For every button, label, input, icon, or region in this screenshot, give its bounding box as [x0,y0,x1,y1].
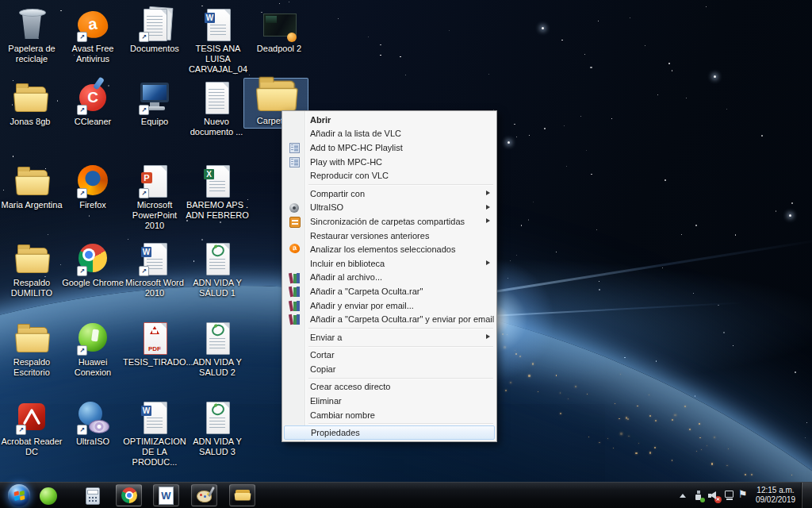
taskbar-word-button[interactable]: W [153,484,179,506]
pinned-calculator-button[interactable] [83,487,102,506]
menu-item-label: Eliminar [310,396,342,406]
folder-icon [12,79,48,116]
desktop-icon-respaldo-escritorio[interactable]: Respaldo Escritorio [0,320,63,378]
folder-icon [254,72,297,116]
menu-item-anadir-archivo[interactable]: Añadir al archivo... [283,271,496,285]
computer-icon: ↗ [136,79,173,116]
menu-item-incluir-biblioteca[interactable]: Incluir en biblioteca [283,256,496,271]
desktop-icon-label: Respaldo Escritorio [0,357,63,378]
desktop-icon-papelera[interactable]: Papelera de reciclaje [0,6,63,64]
menu-separator [308,346,493,347]
menu-item-analizar-avast[interactable]: aAnalizar los elementos seleccionados [283,242,496,256]
context-menu: AbrirAñadir a la lista de VLCAdd to MPC-… [282,110,497,442]
desktop-icon-label: Nuevo documento ... [185,117,248,137]
desktop-icon-respaldo-dumilito[interactable]: Respaldo DUMILITO [0,241,63,298]
menu-item-label: Cambiar nombre [310,410,375,420]
menu-item-cambiar-nombre[interactable]: Cambiar nombre [283,408,496,422]
menu-item-cortar[interactable]: Cortar [283,348,496,363]
desktop-icon-label: Microsoft PowerPoint 2010 [123,200,186,231]
menu-item-anadir-rar[interactable]: Añadir a "Carpeta Oculta.rar" [283,284,496,298]
menu-item-anadir-rar-email[interactable]: Añadir a "Carpeta Oculta.rar" y enviar p… [283,312,496,326]
shortcut-arrow-icon: ↗ [77,188,87,198]
desktop-icon-powerpoint-2010[interactable]: P↗Microsoft PowerPoint 2010 [123,163,186,231]
taskbar-explorer-button[interactable] [229,484,255,506]
word-doc-icon: W [136,399,173,436]
menu-item-reproducir-vlc[interactable]: Reproducir con VLC [283,168,496,183]
desktop-icon-adn-vida-1[interactable]: ADN VIDA Y SÁLUD 1 [186,241,249,298]
winrar-icon [289,300,301,311]
desktop-icon-adn-vida-2[interactable]: ADN VIDA Y SALUD 2 [186,320,249,378]
desktop-icon-label: Firefox [61,200,124,210]
desktop-icon-huawei-conexion[interactable]: ↗Huawei Conexion [61,320,124,378]
desktop-icon-optimizacion[interactable]: WOPTIMIZACION DE LA PRODUC... [123,399,186,468]
show-desktop-button[interactable] [801,483,812,508]
desktop[interactable]: Papelera de reciclajea↗Avast Free Antivi… [0,0,812,508]
desktop-icon-deadpool-2[interactable]: Deadpool 2 [247,6,311,54]
winrar-icon [289,272,301,283]
text-doc-icon [198,79,235,116]
menu-item-copiar[interactable]: Copiar [283,362,496,376]
desktop-icon-jonas-8gb[interactable]: Jonas 8gb [0,79,62,127]
show-hidden-icons-icon[interactable] [680,494,686,498]
firefox-icon: ↗ [75,163,111,199]
desktop-icon-tesis-tirado[interactable]: PDFTESIS_TIRADO... [123,320,186,368]
pinned-huawei-modem-button[interactable] [39,487,58,506]
menu-item-label: Enviar a [310,333,342,342]
folder-sync-icon [289,216,301,227]
desktop-icon-equipo[interactable]: ↗Equipo [123,79,186,127]
folder-icon [13,241,50,277]
menu-item-add-mpc-playlist[interactable]: Add to MPC-HC Playlist [283,140,496,155]
menu-item-anadir-lista-vlc[interactable]: Añadir a la lista de VLC [283,127,496,141]
ultraiso-disc-icon [289,202,301,214]
desktop-icon-firefox[interactable]: ↗Firefox [61,163,124,210]
network-icon[interactable] [724,490,735,502]
safely-remove-hardware-icon[interactable] [693,490,703,502]
huawei-icon: ↗ [75,320,111,356]
volume-muted-icon[interactable]: × [708,490,721,502]
green-doc-icon [199,241,236,277]
desktop-icon-google-chrome[interactable]: ↗Google Chrome [61,241,124,288]
menu-item-label: Analizar los elementos seleccionados [310,244,455,254]
desktop-icon-baremo-aps[interactable]: XBAREMO APS . ADN FEBRERO [186,163,249,221]
menu-item-compartir-con[interactable]: Compartir con [283,187,496,201]
menu-item-ultraiso[interactable]: UltraISO [283,201,496,215]
avast-icon: a↗ [75,6,111,43]
menu-item-crear-acceso[interactable]: Crear acceso directo [283,380,496,394]
menu-item-eliminar[interactable]: Eliminar [283,394,496,408]
menu-item-propiedades[interactable]: Propiedades [284,425,495,440]
start-button[interactable] [8,484,30,506]
menu-item-anadir-email[interactable]: Añadir y enviar por email... [283,298,496,313]
windows-flag-icon [13,491,25,500]
desktop-icon-ultraiso[interactable]: ↗UltraISO [61,399,124,447]
desktop-icon-word-2010[interactable]: W↗Microsoft Word 2010 [123,241,186,298]
desktop-icon-documentos[interactable]: ↗Documentos [123,6,186,54]
desktop-icon-maria-argentina[interactable]: Maria Argentina [0,163,63,210]
desktop-icon-label: Acrobat Reader DC [0,437,63,457]
pdf-doc-icon: PDF [136,320,173,356]
menu-item-label: Compartir con [310,189,365,198]
desktop-icon-nuevo-documento[interactable]: Nuevo documento ... [185,79,248,137]
menu-item-restaurar-versiones[interactable]: Restaurar versiones anteriores [283,229,496,243]
desktop-icon-tesis-ana-luisa[interactable]: WTESIS ANA LUISA CARVAJAL_04 [186,6,250,75]
desktop-icon-avast[interactable]: a↗Avast Free Antivirus [61,6,124,64]
menu-item-abrir[interactable]: Abrir [283,113,496,127]
desktop-icon-ccleaner[interactable]: C↗CCleaner [61,79,124,127]
menu-item-enviar-a[interactable]: Enviar a [283,330,496,344]
desktop-icon-label: Avast Free Antivirus [61,44,124,64]
submenu-arrow-icon [486,260,490,265]
menu-item-play-mpc[interactable]: Play with MPC-HC [283,155,496,169]
desktop-icon-label: Microsoft Word 2010 [123,278,186,298]
menu-item-label: Play with MPC-HC [310,157,382,167]
desktop-icon-acrobat-reader[interactable]: ↗Acrobat Reader DC [0,399,63,457]
mpc-hc-icon [289,142,301,153]
shortcut-arrow-icon: ↗ [77,425,87,435]
taskbar-clock[interactable]: 12:15 a.m. 09/02/2019 [752,486,799,505]
menu-item-sincronizacion[interactable]: Sincronización de carpetas compartidas [283,214,496,229]
shortcut-arrow-icon: ↗ [139,188,149,198]
desktop-icon-adn-vida-3[interactable]: ADN VIDA Y SALUD 3 [186,399,249,457]
taskbar-paint-button[interactable] [191,484,217,506]
excel-icon: X [199,163,236,199]
action-center-icon[interactable]: ⚑ [738,487,749,502]
menu-item-label: Incluir en biblioteca [310,259,385,268]
taskbar-chrome-button[interactable] [116,484,142,506]
